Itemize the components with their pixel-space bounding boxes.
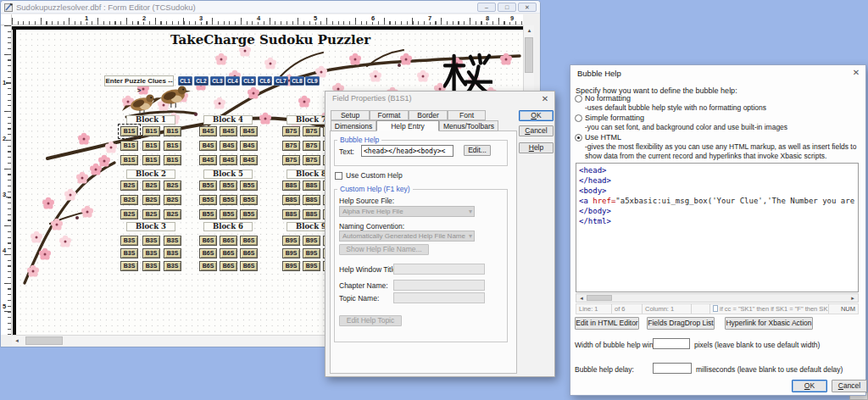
delay-input[interactable] [653, 363, 692, 374]
clue-button[interactable]: CL8 [290, 76, 304, 86]
field-button[interactable]: B5S [199, 195, 217, 205]
field-button[interactable]: B1S [142, 141, 160, 151]
field-button[interactable]: B6S [240, 236, 258, 246]
field-button[interactable]: B7S [303, 155, 320, 165]
field-button[interactable]: B1S [164, 141, 181, 151]
tab-format[interactable]: Format [370, 110, 409, 120]
field-button[interactable]: B9S [282, 236, 300, 246]
scroll-thumb[interactable] [25, 336, 63, 345]
cancel-button[interactable]: Cancel [832, 380, 867, 392]
field-button[interactable]: B4S [220, 126, 237, 136]
field-button[interactable]: B4S [240, 141, 258, 151]
field-button[interactable]: B7S [303, 141, 320, 151]
field-button[interactable]: B8S [282, 209, 300, 219]
field-button[interactable]: B1S [164, 155, 181, 165]
field-button[interactable]: B6S [199, 248, 217, 258]
bubble-help-text-input[interactable] [361, 145, 453, 157]
clue-button[interactable]: CL7 [274, 76, 288, 86]
clue-button[interactable]: CL1 [178, 76, 192, 86]
field-button[interactable]: B4S [220, 155, 237, 165]
field-button[interactable]: B4S [199, 155, 217, 165]
field-button[interactable]: B2S [142, 209, 160, 219]
field-button[interactable]: B5S [240, 209, 258, 219]
field-button[interactable]: B5S [199, 209, 217, 219]
clue-button[interactable]: CL5 [242, 76, 256, 86]
field-button[interactable]: B1S [120, 126, 138, 136]
naming-convention-select[interactable]: Automatically Generated Help File Name ▾ [339, 231, 475, 242]
close-icon[interactable]: ✕ [539, 94, 551, 103]
field-button[interactable]: B2S [164, 195, 181, 205]
field-button[interactable]: B3S [142, 248, 160, 258]
clue-button[interactable]: CL6 [258, 76, 272, 86]
field-button[interactable]: B6S [240, 248, 258, 258]
html-code-editor[interactable]: <head></head><body><a href="a5xbasic:ui_… [576, 163, 859, 292]
field-button[interactable]: B6S [199, 236, 217, 246]
field-button[interactable]: B6S [240, 261, 258, 271]
field-button[interactable]: B7S [303, 126, 320, 136]
field-button[interactable]: B2S [164, 181, 181, 191]
clue-button[interactable]: CL4 [225, 76, 240, 86]
scroll-left-icon[interactable]: ◂ [14, 337, 20, 344]
help-button[interactable]: Help [519, 142, 554, 153]
field-button[interactable]: B9S [282, 248, 300, 258]
field-button[interactable]: B4S [199, 141, 217, 151]
field-button[interactable]: B8S [282, 181, 300, 191]
field-button[interactable]: B4S [240, 155, 258, 165]
clue-button[interactable]: CL3 [210, 76, 225, 86]
field-button[interactable]: B4S [240, 126, 258, 136]
field-button[interactable]: B5S [220, 181, 237, 191]
field-button[interactable]: B2S [142, 195, 160, 205]
field-button[interactable]: B8S [303, 209, 320, 219]
ok-button[interactable]: OK [792, 380, 827, 392]
field-button[interactable]: B1S [164, 126, 181, 136]
show-help-file-name-button[interactable]: Show Help File Name... [339, 244, 429, 255]
field-button[interactable]: B2S [120, 181, 138, 191]
tab-font[interactable]: Font [448, 110, 486, 120]
scroll-up-icon[interactable]: ▴ [524, 27, 535, 34]
tab-dimensions[interactable]: Dimensions [331, 120, 376, 131]
edit-help-topic-button[interactable]: Edit Help Topic [339, 315, 402, 326]
topic-name-input[interactable] [393, 292, 485, 303]
field-button[interactable]: B6S [220, 236, 237, 246]
field-button[interactable]: B5S [240, 195, 258, 205]
clue-button[interactable]: CL2 [194, 76, 209, 86]
window-titlebar[interactable]: Sudokupuzzlesolver.dbf : Form Editor (TC… [1, 1, 540, 14]
field-button[interactable]: B6S [199, 261, 217, 271]
use-custom-help-checkbox[interactable] [335, 172, 342, 180]
field-button[interactable]: B7S [282, 141, 300, 151]
field-button[interactable]: B3S [142, 236, 160, 246]
field-button[interactable]: B5S [199, 181, 217, 191]
field-button[interactable]: B1S [142, 126, 160, 136]
field-button[interactable]: B3S [120, 236, 138, 246]
maximize-button[interactable]: □ [498, 3, 516, 12]
field-button[interactable]: B3S [142, 261, 160, 271]
field-button[interactable]: B3S [164, 236, 181, 246]
field-button[interactable]: B2S [164, 209, 181, 219]
field-button[interactable]: B4S [220, 141, 237, 151]
field-button[interactable]: B5S [220, 195, 237, 205]
cancel-button[interactable]: Cancel [519, 125, 554, 136]
field-button[interactable]: B1S [120, 155, 138, 165]
field-button[interactable]: B8S [303, 195, 320, 205]
radio-use-html[interactable] [575, 134, 582, 142]
field-button[interactable]: B2S [120, 209, 138, 219]
field-button[interactable]: B7S [282, 126, 300, 136]
field-button[interactable]: B2S [120, 195, 138, 205]
field-button[interactable]: B9S [303, 261, 320, 271]
code-horizontal-scrollbar[interactable]: ◂ ▸ [576, 293, 859, 303]
minimize-button[interactable]: – [477, 3, 496, 12]
field-button[interactable]: B9S [282, 261, 300, 271]
field-button[interactable]: B2S [142, 181, 160, 191]
help-source-select[interactable]: Alpha Five Help File ▾ [339, 206, 475, 217]
help-window-title-input[interactable] [393, 264, 485, 275]
tab-help-entry[interactable]: Help Entry [376, 120, 439, 131]
action-button-1[interactable]: Edit in HTML Editor [575, 317, 639, 330]
field-button[interactable]: B5S [240, 181, 258, 191]
field-button[interactable]: B8S [303, 181, 320, 191]
field-button[interactable]: B6S [220, 261, 237, 271]
edit-button[interactable]: Edit... [464, 145, 491, 156]
action-button-2[interactable]: Fields DragDrop List [647, 317, 715, 330]
width-input[interactable] [653, 338, 690, 349]
field-button[interactable]: B6S [220, 248, 237, 258]
scroll-left-icon[interactable]: ◂ [578, 295, 585, 302]
